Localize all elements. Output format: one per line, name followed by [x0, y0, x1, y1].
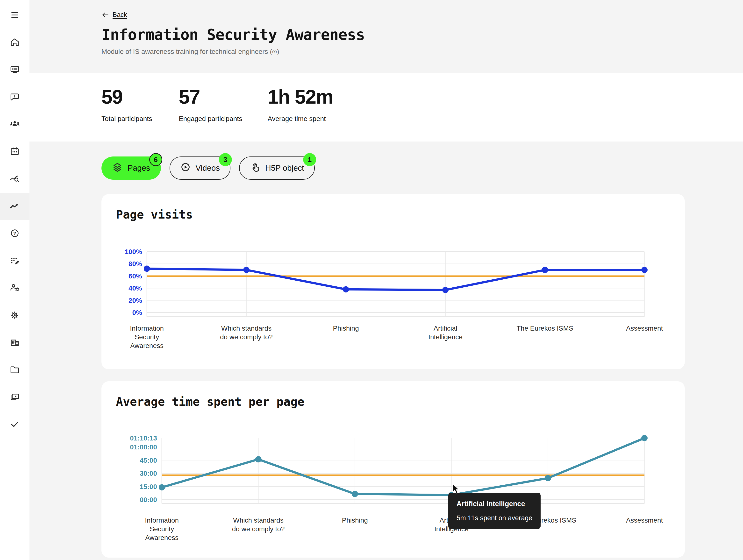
- video-library-icon: [9, 391, 20, 404]
- page-visits-chart: 100%80%60%40%20%0%InformationSecurityAwa…: [101, 234, 685, 362]
- back-arrow-icon: [101, 12, 109, 18]
- data-point[interactable]: [545, 475, 551, 481]
- y-axis-tick: 80%: [129, 260, 142, 268]
- data-point[interactable]: [243, 267, 250, 273]
- sidebar-item-user-settings[interactable]: [0, 275, 30, 302]
- chart-title: Page visits: [101, 194, 685, 221]
- filter-label: Pages: [128, 164, 150, 173]
- y-axis-tick: 0%: [132, 309, 142, 316]
- filter-h5p-object[interactable]: H5P object1: [239, 156, 315, 180]
- apps-edit-icon: [9, 255, 20, 267]
- organization-icon: [9, 337, 20, 349]
- sidebar-item-home[interactable]: [0, 29, 30, 56]
- y-axis-tick: 00:00: [140, 496, 157, 504]
- play-circle-icon: [180, 162, 191, 174]
- page-visits-card: Page visits 100%80%60%40%20%0%Informatio…: [101, 194, 685, 369]
- calendar-icon: [9, 146, 20, 158]
- sidebar-item-insights-search[interactable]: [0, 166, 30, 193]
- time-spent-card: Average time spent per page 01:10:1301:0…: [101, 381, 685, 558]
- stat-label: Average time spent: [268, 115, 369, 123]
- folder-icon: [9, 364, 20, 376]
- category-label: Assessment: [626, 517, 663, 524]
- data-point[interactable]: [144, 266, 150, 272]
- sidebar-item-folder[interactable]: [0, 357, 30, 384]
- insights-search-icon: [9, 173, 20, 185]
- data-point[interactable]: [542, 267, 548, 273]
- filter-count-badge: 3: [219, 153, 232, 166]
- data-point[interactable]: [442, 287, 448, 293]
- main-content: Back Information Security Awareness Modu…: [30, 0, 743, 558]
- sidebar-item-courses[interactable]: [0, 56, 30, 84]
- category-label: InformationSecurityAwareness: [130, 325, 164, 349]
- data-point[interactable]: [255, 456, 262, 462]
- y-axis-tick: 30:00: [140, 470, 157, 477]
- sidebar-item-calendar[interactable]: [0, 138, 30, 166]
- stat-3: 1h 52mAverage time spent: [268, 87, 369, 141]
- filter-count-badge: 6: [149, 153, 162, 166]
- series-line: [147, 269, 645, 290]
- sidebar-item-analytics[interactable]: [0, 193, 30, 220]
- courses-icon: [9, 64, 20, 76]
- mouse-cursor-icon: [452, 483, 460, 494]
- category-label: Assessment: [626, 325, 663, 332]
- user-settings-icon: [9, 282, 20, 294]
- sidebar-item-settings[interactable]: [0, 302, 30, 329]
- page-title: Information Security Awareness: [101, 26, 743, 43]
- y-axis-tick: 01:10:13: [130, 434, 157, 442]
- filter-videos[interactable]: Videos3: [170, 156, 230, 180]
- menu-icon: [9, 9, 20, 21]
- stat-1: 59Total participants: [101, 87, 179, 141]
- filter-label: H5P object: [265, 164, 304, 173]
- data-point[interactable]: [641, 267, 648, 273]
- time-spent-chart: 01:10:1301:00:0045:0030:0015:0000:00Info…: [101, 421, 685, 550]
- data-point[interactable]: [159, 484, 165, 491]
- data-point[interactable]: [641, 435, 648, 441]
- home-icon: [9, 37, 20, 49]
- participants-icon: [9, 119, 20, 131]
- category-label: ArtificialIntelligence: [428, 325, 463, 341]
- y-axis-tick: 01:00:00: [130, 444, 157, 451]
- settings-icon: [9, 310, 20, 322]
- layers-icon: [112, 162, 123, 174]
- sidebar-item-apps-edit[interactable]: [0, 247, 30, 275]
- help-icon: ?: [9, 228, 20, 240]
- page-header: Back Information Security Awareness Modu…: [30, 0, 743, 73]
- svg-text:?: ?: [13, 231, 16, 236]
- back-label: Back: [113, 11, 127, 18]
- y-axis-tick: 60%: [129, 272, 142, 280]
- back-link[interactable]: Back: [101, 11, 127, 18]
- tasks-icon: [9, 419, 20, 431]
- category-label: Which standardsdo we comply to?: [232, 517, 285, 533]
- sidebar-item-tasks[interactable]: [0, 411, 30, 438]
- category-label: Phishing: [342, 517, 367, 524]
- y-axis-tick: 40%: [129, 284, 142, 292]
- sidebar-item-organization[interactable]: [0, 329, 30, 357]
- category-label: Which standardsdo we comply to?: [220, 325, 273, 341]
- sidebar-item-help[interactable]: ?: [0, 220, 30, 247]
- tooltip-body: 5m 11s spent on average: [456, 514, 532, 522]
- category-label: The Eurekos ISMS: [517, 325, 573, 332]
- page: { "sidebar": { "items": [ {"name": "menu…: [0, 0, 743, 560]
- tooltip-title: Artificial Intelligence: [456, 500, 532, 508]
- y-axis-tick: 20%: [129, 297, 142, 304]
- sidebar-item-participants[interactable]: [0, 111, 30, 138]
- stats-band: 59Total participants57Engaged participan…: [30, 73, 743, 141]
- sidebar-item-menu[interactable]: [0, 5, 30, 26]
- category-label: Phishing: [333, 325, 359, 332]
- page-subtitle: Module of IS awareness training for tech…: [101, 48, 743, 55]
- filter-label: Videos: [195, 164, 220, 173]
- data-point[interactable]: [352, 491, 358, 497]
- sidebar: ?: [0, 0, 30, 560]
- data-point[interactable]: [343, 286, 349, 292]
- sidebar-item-video-library[interactable]: [0, 384, 30, 411]
- filter-pages[interactable]: Pages6: [101, 156, 161, 180]
- tooltip: Artificial Intelligence 5m 11s spent on …: [448, 493, 540, 529]
- sidebar-item-feedback[interactable]: [0, 84, 30, 111]
- filter-count-badge: 1: [303, 153, 316, 166]
- stat-label: Engaged participants: [179, 115, 268, 123]
- chart-title: Average time spent per page: [101, 381, 685, 408]
- analytics-icon: [9, 200, 20, 213]
- tap-icon: [250, 162, 260, 174]
- stat-value: 1h 52m: [268, 87, 369, 107]
- stat-2: 57Engaged participants: [179, 87, 268, 141]
